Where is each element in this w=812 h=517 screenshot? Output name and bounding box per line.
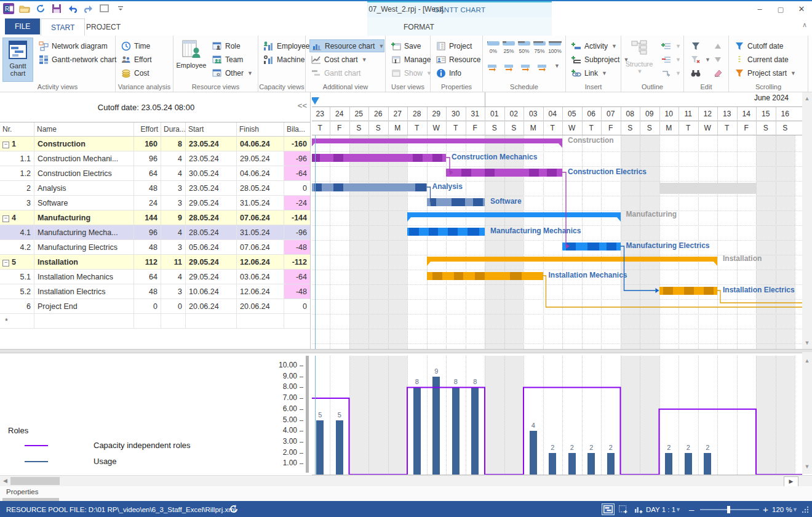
button-employee[interactable]: Employee [262, 39, 309, 52]
ribbon-tab-project[interactable]: PROJECT [76, 18, 130, 36]
horizontal-scrollbar[interactable]: ◀ ▶ [0, 475, 812, 486]
cell-dura[interactable]: 4 [161, 225, 186, 240]
cell-effort[interactable]: 96 [134, 225, 161, 240]
cell-start[interactable]: 28.05.24 [186, 225, 237, 240]
cell-start[interactable]: 23.05.24 [186, 137, 237, 151]
collapse-toggle-icon[interactable]: − [2, 142, 9, 148]
gantt-summary-bar-4[interactable] [407, 212, 621, 217]
cell-bal[interactable] [284, 314, 311, 329]
chevron-down-icon[interactable]: ▼ [378, 43, 384, 49]
column-header-finish[interactable]: Finish [237, 122, 284, 137]
button-move-down[interactable] [711, 53, 723, 66]
button-remove-filter[interactable]: ▼ [689, 53, 710, 66]
cell-name[interactable]: Project End [34, 299, 134, 314]
chevron-down-icon[interactable]: ▼ [362, 57, 367, 63]
refresh-icon[interactable] [229, 504, 239, 515]
save-icon[interactable] [50, 2, 63, 15]
cell-name[interactable]: Software [34, 196, 134, 210]
table-row[interactable]: * [0, 314, 311, 329]
button-manage[interactable]: Manage [389, 53, 432, 66]
button-project[interactable]: Project [434, 39, 480, 52]
dropdown-icon[interactable] [114, 2, 127, 15]
cell-nr[interactable]: 6 [0, 299, 34, 314]
cell-nr[interactable]: 3 [0, 196, 34, 210]
chevron-down-icon[interactable]: ▼ [554, 63, 560, 74]
chevron-down-icon[interactable]: ▼ [247, 70, 253, 76]
cell-nr[interactable]: −1 [0, 137, 34, 151]
button-schedule-split-left[interactable] [487, 63, 499, 74]
cell-bal[interactable]: 0 [284, 299, 311, 314]
histogram-scrollbar[interactable]: ▲ ▼ [802, 353, 812, 474]
contextual-tab-header[interactable]: GANTT CHART [367, 1, 552, 17]
cell-name[interactable]: Analysis [34, 181, 134, 196]
cell-bal[interactable]: 0 [284, 181, 311, 196]
cell-nr[interactable]: 1.1 [0, 151, 34, 166]
redo-icon[interactable] [82, 2, 95, 15]
table-row[interactable]: 2Analysis48323.05.2428.05.240 [0, 181, 311, 196]
cell-finish[interactable]: 31.05.24 [237, 225, 284, 240]
cell-start[interactable]: 28.05.24 [186, 210, 237, 225]
cell-name[interactable] [34, 314, 134, 329]
button-project-start[interactable]: Project start▼ [733, 66, 796, 79]
gantt-task-bar-2[interactable] [312, 183, 427, 191]
button-resource-chart[interactable]: Resource chart▼ [309, 39, 384, 52]
cell-dura[interactable]: 3 [161, 240, 186, 255]
cell-dura[interactable]: 3 [161, 181, 186, 196]
button-effort[interactable]: Effort [119, 53, 151, 66]
cell-start[interactable]: 29.05.24 [186, 196, 237, 210]
scale-dropdown-icon[interactable]: ▼ [675, 501, 681, 517]
ribbon-tab-format[interactable]: FORMAT [394, 18, 444, 36]
cell-start[interactable]: 20.06.24 [186, 299, 237, 314]
button-schedule-split-both[interactable] [520, 63, 532, 74]
table-row[interactable]: −5Installation1121129.05.2412.06.24-112 [0, 255, 311, 270]
gantt-vertical-scrollbar[interactable]: ▲ ▼ [802, 92, 812, 349]
column-header-effort[interactable]: Effort [134, 122, 161, 137]
horizontal-splitter[interactable] [0, 349, 812, 353]
cell-finish[interactable]: 20.06.24 [237, 299, 284, 314]
zoom-in-button[interactable]: + [763, 501, 768, 517]
scroll-right-icon[interactable]: ▶ [784, 476, 798, 487]
cell-finish[interactable]: 07.06.24 [237, 240, 284, 255]
button-cutoff-date[interactable]: Cutoff date [733, 39, 796, 52]
cell-finish[interactable]: 31.05.24 [237, 196, 284, 210]
cell-finish[interactable]: 29.05.24 [237, 151, 284, 166]
gantt-view-icon[interactable] [602, 503, 615, 515]
button-show[interactable]: Show▼ [389, 66, 432, 79]
cell-finish[interactable]: 04.06.24 [237, 166, 284, 181]
table-row[interactable]: 6Project End0020.06.2420.06.240 [0, 299, 311, 314]
button-team[interactable]: Team [210, 53, 253, 66]
button-progress-50%[interactable]: 50% [517, 39, 531, 54]
button-schedule-split-right[interactable] [536, 63, 549, 74]
button-progress-25%[interactable]: 25% [502, 39, 515, 54]
scroll-down-icon[interactable]: ▼ [802, 462, 812, 471]
scroll-left-icon[interactable]: ◀ [0, 476, 10, 486]
chevron-down-icon[interactable]: ▼ [790, 70, 796, 76]
cutoff-marker-icon[interactable] [312, 97, 319, 105]
zoom-slider[interactable] [700, 509, 759, 510]
button-outline-indent[interactable]: ▼ [659, 39, 681, 52]
button-schedule-split-center[interactable] [503, 63, 515, 74]
button-info[interactable]: Info [434, 66, 480, 79]
gantt-task-bar-5.1[interactable] [427, 272, 543, 280]
cell-name[interactable]: Construction [34, 137, 134, 151]
cell-nr[interactable]: 5.1 [0, 270, 34, 284]
button-save[interactable]: Save [389, 39, 432, 52]
cell-effort[interactable]: 144 [134, 210, 161, 225]
cell-effort[interactable]: 112 [134, 255, 161, 270]
scale-label[interactable]: DAY 1 : 1 [646, 501, 675, 517]
cell-effort[interactable]: 48 [134, 240, 161, 255]
cell-name[interactable]: Construction Mechani... [34, 151, 134, 166]
cell-effort[interactable]: 24 [134, 196, 161, 210]
undo-icon[interactable] [66, 2, 79, 15]
cell-name[interactable]: Manufacturing Electrics [34, 240, 134, 255]
zoom-dropdown-icon[interactable]: ▼ [792, 501, 798, 517]
cell-start[interactable] [186, 314, 237, 329]
button-activity[interactable]: Activity▼ [570, 39, 629, 52]
button-role[interactable]: Role [210, 39, 253, 52]
zoom-percent-label[interactable]: 120 % [772, 501, 792, 517]
cell-nr[interactable]: 5.2 [0, 284, 34, 299]
ribbon-tab-file[interactable]: FILE [5, 18, 40, 34]
cell-bal[interactable]: -160 [284, 137, 311, 151]
cell-finish[interactable]: 12.06.24 [237, 284, 284, 299]
table-row[interactable]: 5.1Installation Mechanics64429.05.2403.0… [0, 270, 311, 284]
